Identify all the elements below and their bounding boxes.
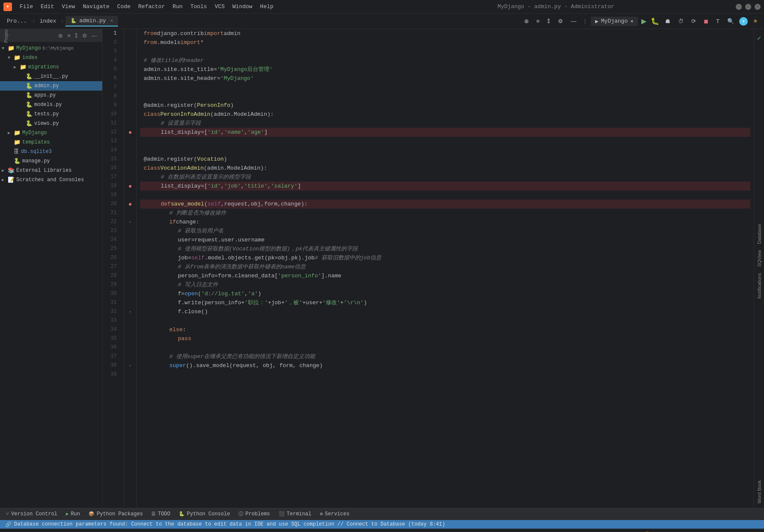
terminal-icon: ⬛ [279, 511, 285, 517]
gutter-line-12[interactable]: ● [124, 128, 136, 137]
tree-file-apps[interactable]: 🐍 apps.py [0, 91, 102, 100]
gutter-line [124, 298, 136, 307]
status-bar: ⑂ master 39:1 🟡 CRLF UTF-8 4 spaces Pyth… [0, 529, 764, 532]
sidebar-hide-button[interactable]: — [90, 32, 99, 40]
gutter-line [124, 352, 136, 361]
concurrency-button[interactable]: ⟳ [689, 17, 699, 26]
menu-run[interactable]: Run [169, 3, 186, 11]
tree-folder-templates[interactable]: 📁 templates [0, 138, 102, 147]
line-number: 35 [103, 334, 120, 343]
menu-refactor[interactable]: Refactor [135, 3, 168, 11]
toolbar-actions: ⊕ ≡ ⁑ ⚙ — | ▶ MyDjango ▾ ▶ 🐛 ☗ ⏱ ⟳ ◼ T 🔍… [522, 16, 761, 26]
gutter-line [124, 146, 136, 155]
line-number: 33 [103, 316, 120, 325]
tab-close-button[interactable]: × [110, 18, 113, 24]
project-label[interactable]: Pro... [3, 16, 30, 26]
translate-button[interactable]: T [714, 17, 722, 26]
status-indent[interactable]: 4 spaces [691, 529, 723, 532]
tab-run[interactable]: ▶ Run [62, 508, 84, 520]
run-button[interactable]: ▶ [640, 16, 647, 26]
tree-item-label: manage.py [22, 158, 50, 164]
stop-button[interactable]: ◼ [701, 17, 711, 26]
tree-file-db[interactable]: 🗄 db.sqlite3 [0, 147, 102, 156]
python-file-icon: 🐍 [26, 73, 32, 80]
status-position[interactable]: 39:1 [621, 529, 640, 532]
tab-label: Version Control [11, 511, 57, 517]
menu-file[interactable]: File [16, 3, 36, 11]
tab-python-packages[interactable]: 📦 Python Packages [84, 508, 147, 520]
status-line-ending[interactable]: UTF-8 [669, 529, 691, 532]
profile-button[interactable]: ⏱ [676, 17, 686, 26]
status-git[interactable]: ⑂ master [3, 529, 33, 532]
menu-window[interactable]: Window [229, 3, 256, 11]
toolbar-action-btn-1[interactable]: ⊕ [522, 17, 531, 26]
toolbar-action-btn-3[interactable]: ⁑ [545, 17, 553, 26]
breadcrumb-index[interactable]: index [37, 16, 59, 26]
gutter-line-20[interactable]: ● [124, 200, 136, 209]
app-logo: ♦ [3, 3, 12, 11]
maximize-button[interactable]: □ [745, 4, 751, 10]
tree-file-tests[interactable]: 🐍 tests.py [0, 109, 102, 119]
tree-file-admin[interactable]: 🐍 admin.py [0, 81, 102, 91]
sidebar-settings-button[interactable]: ⚙ [80, 32, 89, 40]
menu-vcs[interactable]: VCS [211, 3, 228, 11]
menu-code[interactable]: Code [114, 3, 134, 11]
tree-folder-mydjango2[interactable]: ▶ 📁 MyDjango [0, 128, 102, 138]
run-config-dropdown-icon: ▾ [630, 18, 634, 25]
menu-tools[interactable]: Tools [187, 3, 210, 11]
menu-navigate[interactable]: Navigate [80, 3, 113, 11]
wordbook-panel-tab[interactable]: Word Book [755, 479, 763, 505]
menu-button[interactable]: ☀ [750, 17, 761, 26]
tree-file-models[interactable]: 🐍 models.py [0, 100, 102, 109]
tab-todo[interactable]: ☰ TODO [147, 508, 174, 520]
gutter-line [124, 110, 136, 119]
database-panel-tab[interactable]: Database [755, 223, 763, 245]
code-line-18: list_display = ['id', 'job', 'title', 's… [140, 182, 750, 191]
menu-edit[interactable]: Edit [37, 3, 57, 11]
tab-python-console[interactable]: 🐍 Python Console [174, 508, 234, 520]
sidebar-collapse-button[interactable]: ≡ [65, 32, 72, 40]
tree-file-views[interactable]: 🐍 views.py [0, 119, 102, 128]
gutter-line-22[interactable]: ▾ [124, 218, 136, 226]
toolbar-action-btn-4[interactable]: ⚙ [555, 17, 566, 26]
menu-help[interactable]: Help [257, 3, 277, 11]
tab-label: Run [71, 511, 80, 517]
run-configuration[interactable]: ▶ MyDjango ▾ [591, 17, 638, 26]
tree-item-label: MyDjango [22, 130, 47, 136]
tree-scratches[interactable]: ▶ 📝 Scratches and Consoles [0, 175, 102, 185]
run-coverage-button[interactable]: ☗ [663, 17, 673, 26]
tree-file-manage[interactable]: 🐍 manage.py [0, 156, 102, 166]
menu-view[interactable]: View [58, 3, 78, 11]
sidebar-sort-button[interactable]: ⁑ [73, 32, 80, 40]
toolbar-action-btn-2[interactable]: ≡ [534, 17, 543, 26]
code-line-31: f.write(person_info + '职位：' + job + '，被'… [140, 298, 750, 307]
status-encoding[interactable]: 🟡 CRLF [640, 529, 670, 532]
search-button[interactable]: 🔍 [725, 17, 737, 26]
gutter-line-32[interactable]: ▾ [124, 307, 136, 316]
tab-version-control[interactable]: ⑂ Version Control [2, 508, 62, 520]
toolbar-action-btn-5[interactable]: — [568, 17, 579, 26]
tab-services[interactable]: ⚙ Services [316, 508, 354, 520]
settings-button[interactable]: + [739, 17, 748, 26]
gutter-line-38[interactable]: ▾ [124, 361, 136, 370]
tree-external-libraries[interactable]: ▶ 📚 External Libraries [0, 166, 102, 175]
code-editor[interactable]: from django.contrib import admin from .m… [137, 29, 754, 508]
tree-folder-index[interactable]: ▼ 📁 index [0, 53, 102, 62]
gutter-line [124, 226, 136, 235]
tab-problems[interactable]: ⓘ Problems [234, 508, 274, 520]
debug-button[interactable]: 🐛 [650, 16, 660, 26]
tree-root-mydjango[interactable]: ▼ 📁 MyDjango D:\MyDjango [0, 44, 102, 53]
sidebar-new-button[interactable]: ⊕ [56, 32, 65, 40]
close-button[interactable]: × [755, 4, 761, 10]
notifications-panel-tab[interactable]: Notifications [755, 272, 763, 300]
code-line-12: list_display = ['id', 'name', 'age'] [140, 128, 750, 137]
gutter-line-18[interactable]: ● [124, 182, 136, 191]
status-python[interactable]: Python 3.8 [723, 529, 761, 532]
tree-file-init[interactable]: 🐍 __init__.py [0, 72, 102, 81]
minimize-button[interactable]: ─ [736, 4, 742, 10]
file-tab-admin-py[interactable]: 🐍 admin.py × [65, 16, 118, 26]
tab-terminal[interactable]: ⬛ Terminal [274, 508, 316, 520]
tree-folder-migrations[interactable]: ▶ 📁 migrations [0, 62, 102, 72]
titlebar: ♦ File Edit View Navigate Code Refactor … [0, 0, 764, 14]
sqview-panel-tab[interactable]: SQView [755, 249, 763, 268]
